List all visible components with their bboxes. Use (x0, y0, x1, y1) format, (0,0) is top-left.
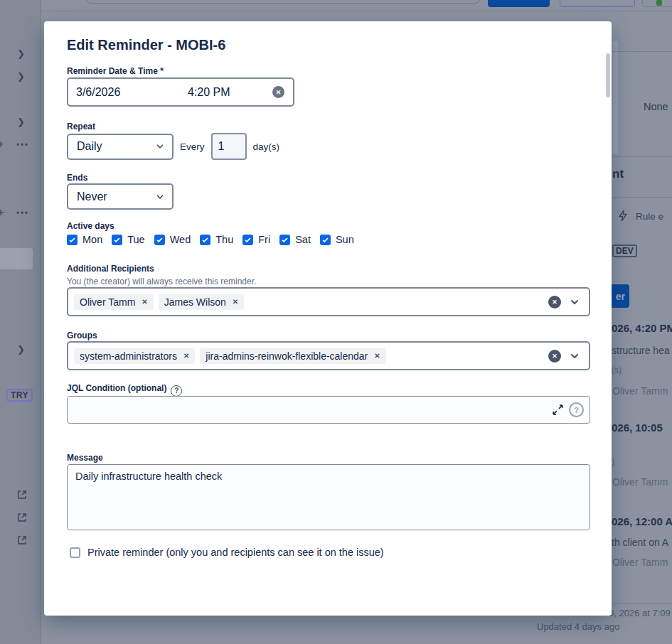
interval-input[interactable] (211, 133, 247, 160)
clear-datetime-icon[interactable]: ✕ (272, 86, 284, 98)
recipients-helper: You (the creator) will always receive th… (67, 277, 256, 286)
remove-chip-icon[interactable]: ✕ (374, 352, 380, 360)
day-checkbox-sun[interactable]: Sun (320, 234, 354, 245)
checkbox-checked-icon[interactable] (154, 235, 165, 245)
checkbox-checked-icon[interactable] (279, 235, 290, 245)
divider (41, 11, 672, 11)
day-checkbox-tue[interactable]: Tue (112, 234, 144, 245)
ends-value: Never (77, 190, 107, 203)
reminder-author: Oliver Tamm (612, 476, 668, 488)
private-reminder-label: Private reminder (only you and recipient… (87, 547, 384, 558)
repeat-select[interactable]: Daily (67, 134, 174, 160)
day-checkbox-thu[interactable]: Thu (200, 234, 233, 245)
day-checkbox-fri[interactable]: Fri (242, 234, 270, 245)
reminder-author: Oliver Tamm (612, 385, 668, 397)
recipient-chip: James Wilson ✕ (159, 294, 245, 310)
field-value-none: None (644, 101, 668, 112)
search-input (85, 0, 481, 4)
dialog-title: Edit Reminder - MOBI-6 (67, 37, 225, 53)
created-timestamp: 0, 2026 at 7:09 (609, 608, 671, 618)
chip-label: James Wilson (164, 296, 226, 308)
divider (612, 603, 672, 604)
jql-label-text: JQL Condition (optional) (67, 383, 166, 393)
message-textarea[interactable]: Daily infrastructure health check (67, 464, 590, 530)
chevron-down-icon[interactable] (569, 350, 580, 362)
rule-executions-label: Rule e (636, 211, 663, 222)
checkbox-checked-icon[interactable] (67, 235, 78, 245)
clear-all-icon[interactable]: ✕ (548, 350, 561, 363)
clear-all-icon[interactable]: ✕ (548, 296, 561, 308)
chip-label: Oliver Tamm (80, 296, 135, 308)
reminder-author: Oliver Tamm (612, 557, 668, 568)
day-label: Wed (170, 234, 191, 245)
recipients-multiselect[interactable]: Oliver Tamm ✕ James Wilson ✕ ✕ (67, 287, 590, 316)
jql-condition-field[interactable]: ? (67, 396, 590, 424)
unit-label: day(s) (253, 141, 280, 152)
time-input[interactable]: 4:20 PM (188, 86, 230, 99)
jql-help-icon[interactable]: ? (569, 402, 584, 417)
chip-label: jira-admins-reinwok-flexible-calendar (206, 350, 368, 362)
reminder-meta: (s) (612, 365, 622, 375)
date-input[interactable]: 3/6/2026 (68, 86, 120, 99)
day-label: Fri (258, 234, 270, 245)
checkbox-unchecked-icon[interactable] (70, 547, 80, 558)
reminder-message: th client on A (612, 537, 668, 548)
day-label: Sun (336, 234, 354, 245)
try-badge: TRY (6, 389, 33, 402)
button-label: er (616, 291, 625, 302)
help-icon[interactable]: ? (171, 385, 182, 397)
chevron-down-icon[interactable] (569, 296, 580, 308)
scrollbar-thumb[interactable] (606, 53, 610, 97)
lightning-icon (617, 210, 629, 222)
chevron-right-icon: ❯ (17, 117, 25, 127)
checkbox-checked-icon[interactable] (242, 235, 253, 245)
message-label: Message (67, 453, 103, 463)
day-label: Mon (82, 234, 102, 245)
datetime-field[interactable]: 3/6/2026 4:20 PM ✕ (67, 77, 294, 107)
reminder-date: 026, 10:05 (612, 422, 663, 434)
remove-chip-icon[interactable]: ✕ (183, 352, 189, 360)
day-checkbox-wed[interactable]: Wed (154, 234, 191, 245)
checkbox-checked-icon[interactable] (200, 235, 210, 245)
active-days-label: Active days (67, 221, 114, 231)
external-link-icon (16, 535, 28, 546)
dev-badge: DEV (612, 245, 637, 257)
group-chip: system-administrators ✕ (74, 348, 195, 364)
reminder-date: 026, 4:20 PM (612, 322, 672, 334)
groups-multiselect[interactable]: system-administrators ✕ jira-admins-rein… (67, 341, 590, 370)
day-checkbox-sat[interactable]: Sat (279, 234, 311, 245)
chevron-down-icon (155, 192, 165, 202)
jql-label: JQL Condition (optional)? (67, 383, 182, 397)
ends-label: Ends (67, 173, 87, 183)
sidebar-selected-item (0, 248, 33, 269)
primary-topbar-button (488, 0, 550, 7)
groups-label: Groups (67, 331, 97, 340)
ends-select[interactable]: Never (67, 183, 174, 210)
remove-chip-icon[interactable]: ✕ (233, 298, 238, 306)
day-checkbox-mon[interactable]: Mon (67, 234, 102, 245)
expand-icon[interactable] (552, 404, 564, 416)
checkbox-checked-icon[interactable] (112, 235, 122, 245)
day-label: Tue (127, 234, 144, 245)
more-options-icon: ⋯ (16, 205, 29, 220)
chip-label: system-administrators (80, 350, 177, 362)
reminder-message: structure hea (612, 345, 670, 356)
more-options-icon: ⋯ (16, 136, 29, 152)
reminder-date: 026, 12:00 A (612, 515, 672, 527)
chevron-right-icon: ❯ (17, 48, 25, 59)
jql-input[interactable] (70, 398, 533, 421)
datetime-label: Reminder Date & Time * (67, 66, 164, 76)
group-chip: jira-admins-reinwok-flexible-calendar ✕ (200, 348, 385, 364)
checkbox-checked-icon[interactable] (320, 235, 331, 245)
chevron-right-icon: ❯ (17, 344, 25, 355)
sidebar: ❯ ❯ ❯ + ⋯ + ⋯ ❯ TRY (0, 0, 41, 644)
repeat-value: Daily (77, 140, 102, 153)
remove-chip-icon[interactable]: ✕ (142, 298, 147, 306)
panel-section-title: nt (612, 167, 624, 181)
reminder-meta: ) (612, 457, 614, 467)
every-label: Every (180, 141, 205, 152)
topbar-icon-button (642, 0, 672, 7)
day-label: Sat (295, 234, 311, 245)
private-reminder-checkbox[interactable]: Private reminder (only you and recipient… (70, 547, 384, 558)
panel-edge (613, 41, 618, 154)
